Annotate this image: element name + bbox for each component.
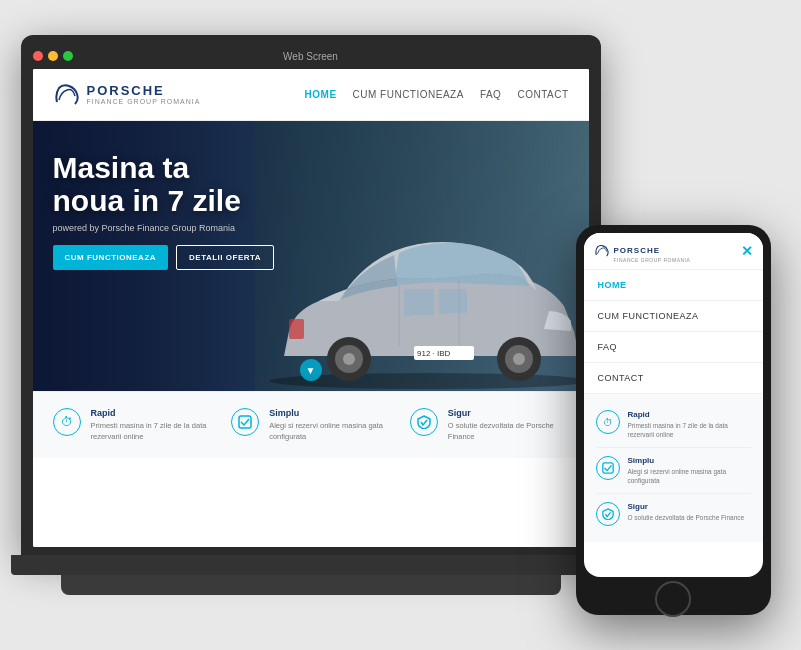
dot-green[interactable] (63, 51, 73, 61)
mobile-sigur-desc: O solutie dezvoltata de Porsche Finance (628, 513, 745, 522)
logo-sub-text: FINANCE GROUP ROMANIA (87, 98, 201, 106)
svg-rect-9 (289, 319, 304, 339)
laptop-body: Web Screen PORSCHE FINANCE GR (21, 35, 601, 555)
svg-text:912 · IBD: 912 · IBD (417, 349, 451, 358)
sigur-icon (410, 408, 438, 436)
scene: Web Screen PORSCHE FINANCE GR (11, 15, 791, 635)
laptop-foot (61, 575, 561, 595)
dot-red[interactable] (33, 51, 43, 61)
mobile-close-button[interactable]: ✕ (741, 243, 753, 259)
feature-rapid-title: Rapid (91, 408, 212, 418)
laptop-device: Web Screen PORSCHE FINANCE GR (11, 15, 611, 595)
nav-item-home[interactable]: HOME (305, 89, 337, 100)
hero-car: 912 · IBD (259, 171, 589, 391)
feature-sigur: Sigur O solutie dezvoltata de Porsche Fi… (410, 408, 569, 442)
feature-sigur-title: Sigur (448, 408, 569, 418)
mobile-header: PORSCHE FINANCE GROUP ROMANIA ✕ (584, 233, 763, 270)
mobile-nav: HOME CUM FUNCTIONEAZA FAQ CONTACT (584, 270, 763, 394)
mobile-logo-main: PORSCHE (614, 246, 661, 255)
logo-area: PORSCHE FINANCE GROUP ROMANIA (53, 84, 201, 106)
rapid-icon: ⏱ (53, 408, 81, 436)
mobile-simplu-icon (596, 456, 620, 480)
svg-rect-10 (239, 416, 251, 428)
laptop-base (11, 555, 611, 575)
features-section: ⏱ Rapid Primesti masina in 7 zile de la … (33, 391, 589, 458)
mobile-feature-sigur: Sigur O solutie dezvoltata de Porsche Fi… (596, 494, 751, 534)
hero-section: 912 · IBD (33, 121, 589, 391)
mobile-logo-sub: FINANCE GROUP ROMANIA (614, 257, 691, 263)
mobile-logo: PORSCHE FINANCE GROUP ROMANIA (594, 239, 691, 263)
mobile-simplu-desc: Alegi si rezervi online masina gata conf… (628, 467, 751, 485)
feature-sigur-desc: O solutie dezvoltata de Porsche Finance (448, 421, 569, 442)
mobile-feature-rapid-text: Rapid Primesti masina in 7 zile de la da… (628, 410, 751, 439)
laptop-titlebar: Web Screen (33, 47, 589, 65)
mobile-features: ⏱ Rapid Primesti masina in 7 zile de la … (584, 394, 763, 542)
mobile-feature-simplu-text: Simplu Alegi si rezervi online masina ga… (628, 456, 751, 485)
feature-rapid-text: Rapid Primesti masina in 7 zile de la da… (91, 408, 212, 442)
porsche-logo-icon (53, 84, 81, 106)
hero-title: Masina ta noua in 7 zile (53, 151, 275, 217)
hero-scroll-button[interactable]: ▼ (300, 359, 322, 381)
feature-rapid: ⏱ Rapid Primesti masina in 7 zile de la … (53, 408, 212, 442)
nav-item-contact[interactable]: CONTACT (517, 89, 568, 100)
mobile-home-button[interactable] (655, 581, 691, 617)
mobile-sigur-icon (596, 502, 620, 526)
hero-subtitle: powered by Porsche Finance Group Romania (53, 223, 275, 233)
feature-simplu-desc: Alegi si rezervi online masina gata conf… (269, 421, 390, 442)
mobile-feature-rapid: ⏱ Rapid Primesti masina in 7 zile de la … (596, 402, 751, 448)
nav-item-faq[interactable]: FAQ (480, 89, 502, 100)
cum-functioneaza-button[interactable]: CUM FUNCTIONEAZA (53, 245, 169, 270)
mobile-sigur-title: Sigur (628, 502, 745, 511)
mobile-nav-cum[interactable]: CUM FUNCTIONEAZA (584, 301, 763, 332)
mobile-rapid-icon: ⏱ (596, 410, 620, 434)
mobile-feature-sigur-text: Sigur O solutie dezvoltata de Porsche Fi… (628, 502, 745, 522)
mobile-website: PORSCHE FINANCE GROUP ROMANIA ✕ HOME CUM… (584, 233, 763, 577)
laptop-screen: PORSCHE FINANCE GROUP ROMANIA HOME CUM F… (33, 69, 589, 547)
hero-buttons: CUM FUNCTIONEAZA DETALII OFERTA (53, 245, 275, 270)
svg-point-3 (343, 353, 355, 365)
site-header: PORSCHE FINANCE GROUP ROMANIA HOME CUM F… (33, 69, 589, 121)
logo-text-block: PORSCHE FINANCE GROUP ROMANIA (87, 84, 201, 106)
mobile-nav-contact[interactable]: CONTACT (584, 363, 763, 394)
dot-yellow[interactable] (48, 51, 58, 61)
mobile-screen: PORSCHE FINANCE GROUP ROMANIA ✕ HOME CUM… (584, 233, 763, 577)
nav-item-cum[interactable]: CUM FUNCTIONEAZA (353, 89, 464, 100)
laptop-title-text: Web Screen (283, 51, 338, 62)
feature-rapid-desc: Primesti masina in 7 zile de la data rez… (91, 421, 212, 442)
feature-sigur-text: Sigur O solutie dezvoltata de Porsche Fi… (448, 408, 569, 442)
mobile-feature-simplu: Simplu Alegi si rezervi online masina ga… (596, 448, 751, 494)
detalii-oferta-button[interactable]: DETALII OFERTA (176, 245, 274, 270)
svg-point-6 (513, 353, 525, 365)
logo-main-text: PORSCHE (87, 84, 201, 98)
feature-simplu-text: Simplu Alegi si rezervi online masina ga… (269, 408, 390, 442)
hero-content: Masina ta noua in 7 zile powered by Pors… (53, 151, 275, 270)
mobile-simplu-title: Simplu (628, 456, 751, 465)
mobile-nav-home[interactable]: HOME (584, 270, 763, 301)
mobile-logo-text: PORSCHE FINANCE GROUP ROMANIA (614, 239, 691, 263)
mobile-device: PORSCHE FINANCE GROUP ROMANIA ✕ HOME CUM… (576, 225, 771, 615)
mobile-porsche-logo (594, 244, 610, 258)
mobile-rapid-title: Rapid (628, 410, 751, 419)
car-svg: 912 · IBD (259, 171, 589, 391)
feature-simplu: Simplu Alegi si rezervi online masina ga… (231, 408, 390, 442)
mobile-nav-faq[interactable]: FAQ (584, 332, 763, 363)
laptop-dots (33, 51, 73, 61)
mobile-rapid-desc: Primesti masina in 7 zile de la data rez… (628, 421, 751, 439)
simplu-icon (231, 408, 259, 436)
site-nav: HOME CUM FUNCTIONEAZA FAQ CONTACT (305, 89, 569, 100)
website: PORSCHE FINANCE GROUP ROMANIA HOME CUM F… (33, 69, 589, 547)
svg-rect-11 (602, 463, 612, 473)
feature-simplu-title: Simplu (269, 408, 390, 418)
